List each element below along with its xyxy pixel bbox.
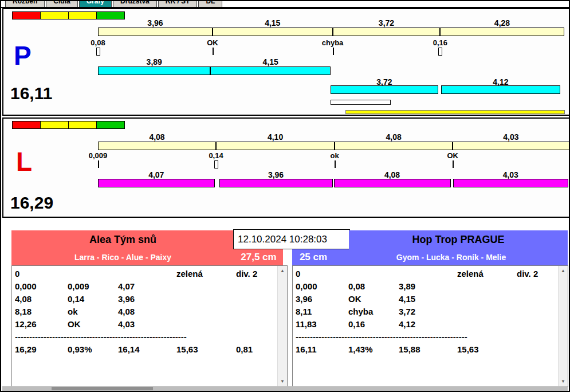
team-right-name: Hop Trop PRAGUE — [349, 230, 568, 249]
table-cell: 4,15 — [399, 294, 457, 304]
table-cell: 16,11 — [296, 344, 348, 354]
table-cell: 0,14 — [68, 294, 118, 304]
table-cell: 0,16 — [348, 319, 399, 329]
progress-yellow-bar — [345, 110, 565, 114]
bar-segment — [441, 85, 560, 94]
table-cell: 8,11 — [296, 307, 348, 316]
table-cell: OK — [348, 294, 399, 304]
table-cell: div. 2 — [517, 269, 553, 279]
app-window: RozběhČidlaGrafyDružstvaRR / STDL 3,964,… — [0, 0, 570, 392]
team-right-players: Gyom - Lucka - Roník - Melie — [335, 249, 568, 265]
table-cell: zelená — [176, 269, 236, 279]
table-divider: ----------------------------------------… — [296, 332, 467, 344]
bar-value-label: 4,08 — [369, 170, 415, 179]
team-right-results-box[interactable]: 0zelenádiv. 20,0000,083,893,96OK4,158,11… — [292, 265, 568, 387]
split-bar-row-2: 3,724,12 — [3, 9, 569, 115]
table-totals-row: 16,111,43%15,8815,63 — [296, 344, 557, 357]
table-cell: 3,96 — [296, 294, 348, 304]
tab-strip: RozběhČidlaGrafyDružstvaRR / STDL — [2, 1, 569, 7]
table-cell: 4,08 — [118, 307, 176, 316]
table-totals-row: 16,290,93%16,1415,630,81 — [15, 344, 277, 357]
table-cell: ok — [68, 307, 118, 316]
table-cell: 0 — [296, 269, 348, 279]
lane-letter-l: L — [16, 148, 32, 175]
table-cell: 0,93% — [68, 344, 118, 354]
table-cell: 0,08 — [348, 281, 399, 291]
table-cell: OK — [68, 319, 118, 329]
table-cell: 12,26 — [15, 319, 68, 329]
bar-segment — [219, 179, 333, 187]
table-cell: 16,29 — [15, 344, 68, 354]
table-row: 0,0000,0094,07 — [15, 281, 277, 294]
bar-value-label: 3,96 — [253, 170, 299, 179]
bar-value-label: 4,07 — [133, 170, 179, 179]
tab-čidla[interactable]: Čidla — [46, 1, 77, 7]
table-cell: 3,89 — [399, 281, 457, 291]
scroll-up-button[interactable]: ▲ — [278, 266, 287, 276]
table-row: 8,18ok4,08 — [15, 307, 277, 319]
table-row: 4,080,143,96 — [15, 294, 277, 307]
tab-dl[interactable]: DL — [198, 1, 222, 7]
scroll-up-button[interactable]: ▲ — [559, 266, 568, 276]
table-cell: 0,000 — [15, 281, 68, 291]
team-left-distance: 27,5 cm — [234, 249, 283, 265]
table-cell: 15,63 — [457, 344, 517, 354]
scrollbar[interactable]: ▲ ▼ — [277, 266, 287, 386]
lane-panel-l: 4,084,104,084,03 0,0090,14okOK 4,073,964… — [2, 117, 570, 218]
table-cell: 16,14 — [118, 344, 176, 354]
table-cell: 4,12 — [399, 319, 457, 329]
progress-outline-bar — [331, 100, 391, 105]
table-header-row: 0zelenádiv. 2 — [15, 269, 277, 281]
table-cell: 3,72 — [399, 307, 457, 316]
scrollbar[interactable]: ▲ ▼ — [558, 266, 568, 386]
taskbar-sliver — [2, 386, 568, 391]
table-row: 8,11chyba3,72 — [296, 307, 557, 319]
table-cell: zelená — [457, 269, 517, 279]
table-row: 3,96OK4,15 — [296, 294, 557, 307]
table-cell: div. 2 — [236, 269, 273, 279]
team-left-results-table: 0zelenádiv. 20,0000,0094,074,080,143,968… — [15, 269, 277, 385]
table-cell: chyba — [348, 307, 399, 316]
bar-value-label: 4,03 — [488, 170, 533, 179]
lane-panel-p: 3,964,153,724,28 0,08OKchyba0,16 3,894,1… — [2, 8, 570, 116]
team-right-distance: 25 cm — [292, 249, 335, 265]
team-left-results-box[interactable]: 0zelenádiv. 20,0000,0094,074,080,143,968… — [11, 265, 288, 387]
table-cell: 3,96 — [118, 294, 176, 304]
bar-segment — [453, 179, 569, 187]
bar-segment — [98, 179, 215, 187]
scoreboard: Alea Tým snů 12.10.2024 10:28:03 Hop Tro… — [2, 218, 570, 389]
table-cell: 0 — [15, 269, 68, 279]
bar-segment — [334, 179, 451, 187]
table-divider: ----------------------------------------… — [15, 332, 187, 344]
split-bar-row-1: 4,073,964,084,03 — [3, 119, 569, 217]
timestamp: 12.10.2024 10:28:03 — [233, 229, 350, 249]
tab-rr-st[interactable]: RR / ST — [158, 1, 198, 7]
table-cell: 4,08 — [15, 294, 68, 304]
table-cell: 15,88 — [399, 344, 457, 354]
table-cell: 15,63 — [176, 344, 236, 354]
table-cell: 0,81 — [236, 344, 273, 354]
table-row: 0,0000,083,89 — [296, 281, 557, 294]
table-cell: 11,83 — [296, 319, 348, 329]
team-right-results-table: 0zelenádiv. 20,0000,083,893,96OK4,158,11… — [296, 269, 557, 385]
scroll-down-button[interactable]: ▼ — [278, 377, 287, 386]
table-row: 12,26OK4,03 — [15, 319, 277, 332]
lane-letter-p: P — [14, 42, 32, 69]
lane-total-p: 16,11 — [10, 84, 52, 103]
table-row: 11,830,164,12 — [296, 319, 557, 332]
taskbar-window-fragment — [52, 387, 153, 390]
tab-družstva[interactable]: Družstva — [113, 1, 157, 7]
lane-total-l: 16,29 — [10, 193, 53, 213]
team-right-subheader: 25 cm Gyom - Lucka - Roník - Melie — [292, 249, 568, 265]
table-cell: 0,009 — [68, 281, 118, 291]
team-left-name: Alea Tým snů — [11, 230, 234, 249]
table-cell: 1,43% — [348, 344, 399, 354]
tab-rozběh[interactable]: Rozběh — [5, 1, 45, 7]
bar-segment — [331, 85, 438, 94]
table-header-row: 0zelenádiv. 2 — [296, 269, 557, 281]
team-left-subheader: Larra - Rico - Alue - Paixy 27,5 cm — [11, 249, 283, 265]
table-cell: 8,18 — [15, 307, 68, 316]
scroll-down-button[interactable]: ▼ — [559, 377, 568, 386]
tab-grafy[interactable]: Grafy — [79, 1, 112, 7]
table-cell: 4,03 — [118, 319, 176, 329]
